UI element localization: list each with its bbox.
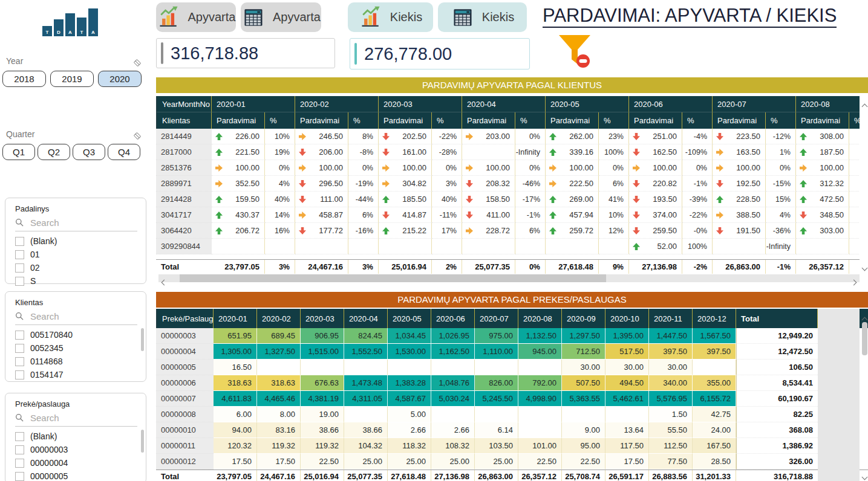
pardavimai-cell[interactable]: 208.32 — [462, 176, 515, 192]
list-scrollbar-thumb[interactable] — [141, 328, 144, 351]
pct-cell[interactable]: 0% — [348, 160, 379, 176]
pardavimai-cell[interactable]: 100.00 — [462, 160, 515, 176]
list-item-01[interactable]: 01 — [15, 248, 146, 261]
total-pct-cell[interactable]: 0% — [515, 260, 546, 274]
pct-cell[interactable]: 0% — [265, 160, 295, 176]
pct-header[interactable]: % — [265, 112, 295, 129]
value-cell[interactable]: 906.95 — [301, 328, 344, 344]
month-header-2020-07[interactable]: 2020-07 — [475, 309, 518, 328]
value-cell[interactable]: 651.95 — [214, 328, 257, 344]
value-cell[interactable]: 5,030.24 — [431, 391, 475, 407]
year-button-2020[interactable]: 2020 — [98, 71, 142, 87]
value-cell[interactable]: 25.00 — [344, 454, 388, 470]
value-cell[interactable]: 120.32 — [214, 438, 257, 454]
list-item-blank[interactable]: (Blank) — [15, 430, 146, 443]
value-cell[interactable] — [475, 407, 518, 422]
value-cell[interactable]: 1,297.50 — [562, 328, 605, 344]
pct-cell[interactable]: 0% — [599, 160, 629, 176]
month-header-2020-03[interactable]: 2020-03 — [301, 309, 344, 328]
corner-preke-paslauga[interactable]: Prekė/Paslauga — [156, 309, 214, 328]
year-button-2018[interactable]: 2018 — [2, 71, 46, 87]
pardavimai-cell[interactable]: 100.00 — [713, 160, 766, 176]
pardavimai-cell[interactable]: 430.37 — [212, 207, 265, 223]
row-total-cell[interactable]: 82.25 — [736, 407, 818, 422]
value-cell[interactable]: 1,026.95 — [431, 328, 475, 344]
pardavimai-cell[interactable]: 111.00 — [295, 192, 348, 207]
preke-cell[interactable]: 00000008 — [156, 407, 214, 422]
row-total-cell[interactable]: 12,949.20 — [736, 328, 818, 344]
value-cell[interactable]: 5,576.95 — [649, 391, 693, 407]
pct-cell[interactable]: 14% — [265, 207, 295, 223]
value-cell[interactable]: 17.50 — [605, 454, 649, 470]
pardavimai-cell[interactable]: 191.50 — [713, 223, 766, 239]
total-pct-cell[interactable]: 3% — [348, 260, 379, 274]
value-cell[interactable]: 13.64 — [605, 422, 649, 438]
pct-cell[interactable] — [515, 239, 546, 254]
list-item-0114868[interactable]: 0114868 — [15, 355, 146, 368]
preke-cell[interactable]: 00000011 — [156, 438, 214, 454]
pardavimai-cell[interactable]: 100.00 — [796, 160, 849, 176]
value-cell[interactable]: 103.50 — [475, 438, 518, 454]
pardavimai-cell[interactable]: 192.50 — [713, 176, 766, 192]
toolbar-button-apyvarta-table[interactable]: Apyvarta — [241, 2, 321, 32]
checkbox[interactable] — [15, 445, 24, 454]
list-item-00000003[interactable]: 00000003 — [15, 443, 146, 456]
toolbar-button-apyvarta-chart[interactable]: Apyvarta — [156, 2, 236, 32]
pardavimai-cell[interactable]: 374.00 — [629, 207, 682, 223]
value-cell[interactable]: 318.63 — [257, 375, 301, 391]
pct-cell[interactable] — [348, 239, 379, 254]
value-cell[interactable]: 117.50 — [605, 438, 649, 454]
total-value-cell[interactable]: 26,591.17 — [605, 470, 649, 481]
pardavimai-header[interactable]: Pardavimai — [713, 112, 766, 129]
pardavimai-cell[interactable]: 262.00 — [546, 129, 599, 144]
pardavimai-cell[interactable]: 193.50 — [629, 192, 682, 207]
table2-vscroll-thumb[interactable] — [862, 322, 867, 355]
month-header-2020-08[interactable]: 2020-08 — [796, 96, 860, 112]
hscroll-thumb[interactable] — [180, 274, 606, 282]
pct-cell[interactable]: 6% — [599, 176, 629, 192]
month-header-2020-09[interactable]: 2020-09 — [562, 309, 605, 328]
value-cell[interactable]: 28.50 — [693, 454, 736, 470]
value-cell[interactable]: 25.00 — [431, 454, 475, 470]
pardavimai-cell[interactable]: 223.50 — [713, 129, 766, 144]
total-pct-cell[interactable]: 9% — [599, 260, 629, 274]
value-cell[interactable] — [475, 360, 518, 375]
pardavimai-cell[interactable]: 202.50 — [379, 129, 432, 144]
value-cell[interactable]: 1,162.50 — [431, 344, 475, 360]
value-cell[interactable]: 340.00 — [649, 375, 693, 391]
pardavimai-cell[interactable]: 304.82 — [379, 176, 432, 192]
pardavimai-cell[interactable]: 177.72 — [295, 223, 348, 239]
scroll-right-icon[interactable] — [852, 276, 856, 287]
pct-cell[interactable]: -36% — [766, 223, 796, 239]
pct-cell[interactable]: 0% — [432, 160, 462, 176]
pardavimai-cell[interactable]: 308.00 — [796, 129, 849, 144]
pct-cell[interactable]: -46% — [515, 176, 546, 192]
pct-cell[interactable] — [599, 239, 629, 254]
pct-cell[interactable]: -22% — [682, 207, 713, 223]
total-pardavimai-cell[interactable]: 25,016.94 — [379, 260, 432, 274]
value-cell[interactable]: 397.50 — [693, 344, 736, 360]
value-cell[interactable]: 119.32 — [257, 438, 301, 454]
value-cell[interactable]: 689.45 — [257, 328, 301, 344]
pct-cell[interactable]: 0% — [515, 129, 546, 144]
pct-cell[interactable]: 0% — [515, 160, 546, 176]
pardavimai-cell[interactable]: 228.50 — [713, 192, 766, 207]
value-cell[interactable]: 24.00 — [693, 422, 736, 438]
value-cell[interactable]: 108.32 — [431, 438, 475, 454]
total-value-cell[interactable]: 27,136.98 — [431, 470, 475, 481]
pardavimai-cell[interactable]: 206.00 — [295, 144, 348, 160]
list-item-005170840[interactable]: 005170840 — [15, 328, 146, 341]
list-item-blank[interactable]: (Blank) — [15, 234, 146, 248]
pct-cell[interactable] — [265, 239, 295, 254]
pct-cell[interactable]: -15% — [766, 176, 796, 192]
preke-cell[interactable]: 00000005 — [156, 360, 214, 375]
quarter-button-q3[interactable]: Q3 — [73, 144, 105, 160]
value-cell[interactable] — [605, 407, 649, 422]
value-cell[interactable]: 1,305.00 — [214, 344, 257, 360]
pardavimai-cell[interactable]: 100.00 — [546, 160, 599, 176]
month-header-2020-10[interactable]: 2020-10 — [605, 309, 649, 328]
total-pardavimai-cell[interactable]: 23,797.05 — [212, 260, 265, 274]
corner-yearmonthno[interactable]: YearMonthNo — [156, 96, 212, 112]
month-header-2020-07[interactable]: 2020-07 — [713, 96, 796, 112]
checkbox[interactable] — [15, 370, 24, 379]
